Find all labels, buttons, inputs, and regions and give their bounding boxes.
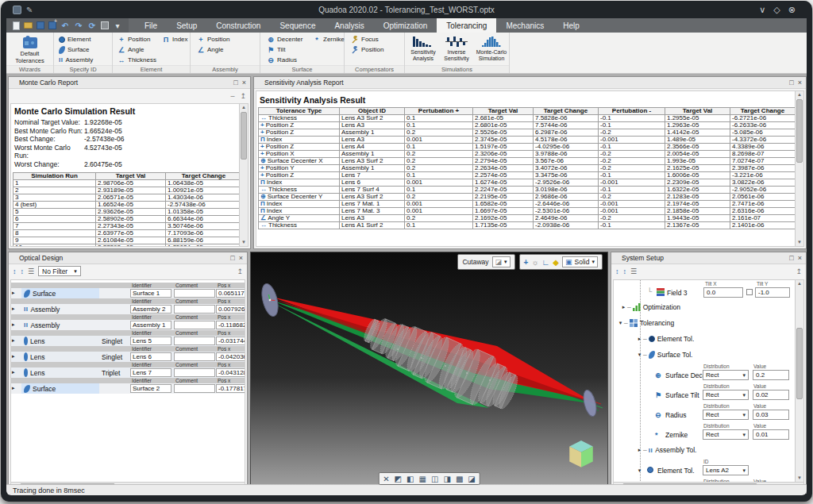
column-header[interactable]: Target Change: [166, 172, 242, 179]
surface-radius-button[interactable]: ⊖Radius: [264, 55, 302, 65]
table-row[interactable]: ΠIndex Lens 7 Mat. 30.0011.6697e-05-2.53…: [259, 208, 796, 215]
minimize-button[interactable]: ∨: [759, 5, 765, 15]
column-header[interactable]: Object ID: [340, 108, 405, 115]
list-menu-icon[interactable]: ☰: [28, 267, 34, 275]
inverse-sensitivity-button[interactable]: Inverse Sensitivity: [440, 33, 473, 62]
value-field[interactable]: 0.03: [753, 410, 789, 420]
expand-arrow-icon[interactable]: ▸: [12, 321, 15, 328]
tab-sequence[interactable]: Sequence: [270, 18, 325, 33]
expand-all-icon[interactable]: ↕: [13, 267, 17, 275]
compensator-focus-button[interactable]: Focus: [348, 34, 383, 44]
column-header[interactable]: Pertubation -: [599, 108, 665, 115]
view-cube-icon[interactable]: ◧: [406, 475, 414, 483]
tolerance-row[interactable]: Distribution Value * Zernike Rect▾ 0.01: [614, 422, 803, 442]
expand-arrow-icon[interactable]: ▸: [12, 337, 15, 344]
column-header[interactable]: Target Change: [730, 108, 796, 115]
compensator-position-button[interactable]: Position: [348, 44, 383, 55]
tolerance-row[interactable]: Distribution Value ⊖ Radius Rect▾ 0.03: [614, 402, 803, 422]
posx-field[interactable]: 0.00792697: [216, 305, 245, 314]
expand-all-icon[interactable]: ↕: [615, 267, 619, 275]
float-panel-button[interactable]: □: [233, 79, 237, 87]
optical-design-row[interactable]: IdentifierCommentPos x ▸ IIAssembly Asse…: [11, 314, 245, 330]
tree-item-element-tol[interactable]: ▸– Element Tol.: [614, 331, 803, 347]
view-cube-icon[interactable]: ▩: [456, 475, 463, 483]
new-file-icon[interactable]: [13, 21, 20, 30]
table-row[interactable]: 32.06571e-051.43034e-06: [13, 194, 242, 201]
comment-field[interactable]: [174, 337, 215, 345]
posx-field[interactable]: -0.0420366: [216, 352, 245, 361]
posx-field[interactable]: -0.1778171: [216, 384, 245, 393]
optical-design-row[interactable]: IdentifierCommentPos x ▸ Surface Surface…: [11, 378, 245, 394]
axes-icon[interactable]: ∟: [542, 258, 550, 267]
comment-field[interactable]: [174, 305, 215, 314]
surface-decenter-button[interactable]: ⊕Decenter: [264, 34, 302, 44]
tab-tolerancing[interactable]: Tolerancing: [437, 18, 496, 33]
float-panel-button[interactable]: □: [789, 254, 793, 262]
pin-panel-icon[interactable]: ↥: [240, 92, 246, 100]
specify-assembly-button[interactable]: IIAssembly: [56, 55, 112, 65]
comment-field[interactable]: [174, 352, 215, 361]
sensitivity-analysis-button[interactable]: Sensitivity Analysis: [406, 33, 440, 62]
tab-help[interactable]: Help: [553, 18, 589, 33]
table-row[interactable]: +Position Y Assembly 10.22.2634e-053.407…: [259, 165, 796, 172]
column-header[interactable]: Target Change: [534, 108, 599, 115]
identifier-field[interactable]: Surface 1: [130, 289, 171, 298]
table-row[interactable]: ↔Thickness Lens 7 Surf 40.12.2247e-053.0…: [259, 187, 796, 194]
view-cube-icon[interactable]: ✕: [383, 475, 389, 483]
expand-arrow-icon[interactable]: ▸: [12, 385, 15, 391]
tab-construction[interactable]: Construction: [206, 18, 270, 33]
highlight-icon[interactable]: ◆: [553, 258, 559, 267]
qat-dropdown-icon[interactable]: ▾: [113, 21, 122, 30]
identifier-field[interactable]: Assembly 1: [130, 321, 171, 329]
vertical-scrollbar[interactable]: ▲▼: [795, 91, 803, 246]
table-row[interactable]: 52.93626e-051.01358e-05: [13, 208, 242, 215]
expand-arrow-icon[interactable]: ▸: [636, 447, 643, 453]
tree-item-optimization[interactable]: ▸– Optimization: [614, 299, 803, 315]
open-file-icon[interactable]: [24, 22, 33, 29]
column-header[interactable]: Tolerance Type: [259, 108, 340, 115]
redo-icon[interactable]: ↷: [74, 21, 83, 30]
collapse-arrow-icon[interactable]: ▾: [636, 467, 643, 474]
cutaway-dropdown[interactable]: ◪▾: [492, 256, 511, 267]
element-position-button[interactable]: +Position: [114, 34, 156, 44]
surface-zernike-button[interactable]: *Zernike: [310, 34, 345, 44]
table-row[interactable]: ⊕Surface Decenter X Lens A3 Surf 20.22.2…: [259, 158, 796, 165]
close-panel-button[interactable]: ×: [239, 254, 243, 262]
collapse-arrow-icon[interactable]: ▾: [636, 352, 643, 358]
maximize-button[interactable]: ◇: [773, 5, 780, 15]
view-cube-icon[interactable]: ◪: [468, 475, 475, 483]
column-header[interactable]: Pertubation +: [405, 108, 473, 115]
optical-design-row[interactable]: IdentifierCommentPos x ▸ Surface Surface…: [11, 283, 245, 298]
distribution-dropdown[interactable]: Rect▾: [703, 429, 749, 440]
posx-field[interactable]: -0.1186821: [216, 321, 245, 329]
tree-item-element-tol-2[interactable]: ▾ Element Tol. ID Lens A2▾: [614, 458, 803, 478]
expand-arrow-icon[interactable]: ▸: [12, 353, 15, 360]
pin-panel-icon[interactable]: ↥: [796, 267, 802, 275]
tree-item-surface-tol[interactable]: ▾– Surface Tol.: [614, 347, 803, 363]
optical-system-scene[interactable]: [251, 252, 607, 493]
move-icon[interactable]: +: [524, 258, 529, 267]
table-row[interactable]: ΠIndex Lens 60.0011.6274e-05-2.9526e-06 …: [259, 179, 796, 187]
field-3-row[interactable]: └ Field 3 Tilt X 0.0 Tilt Y -1.0: [614, 280, 803, 299]
table-row[interactable]: 62.58902e-056.66344e-06: [13, 215, 242, 222]
table-row[interactable]: +Position X Assembly 10.22.3206e-053.978…: [259, 151, 796, 158]
table-row[interactable]: +Position Z Lens A40.11.5197e-05-4.0295e…: [259, 144, 796, 151]
element-thickness-button[interactable]: ↔Thickness: [114, 55, 156, 65]
assembly-angle-button[interactable]: ∠Angle: [194, 44, 229, 55]
table-row[interactable]: ∠Angle Y Lens A30.22.1692e-052.4649e-06 …: [259, 215, 796, 222]
comment-field[interactable]: [174, 384, 215, 393]
monte-carlo-simulation-button[interactable]: Monte-Carlo Simulation: [475, 33, 508, 62]
table-row[interactable]: +Position Z Lens A30.12.6801e-057.5744e-…: [259, 122, 796, 129]
view-cube-icon[interactable]: ◫: [431, 475, 438, 483]
table-row[interactable]: 82.63977e-057.17093e-06: [13, 229, 242, 237]
tab-mechanics[interactable]: Mechanics: [496, 18, 553, 33]
comment-field[interactable]: [174, 321, 215, 329]
float-panel-button[interactable]: □: [230, 254, 234, 262]
specify-element-button[interactable]: Element: [56, 34, 112, 44]
table-row[interactable]: 4 (best)1.66524e-05-2.57438e-06: [13, 201, 242, 208]
column-header[interactable]: Target Val: [665, 108, 730, 115]
copy-window-icon[interactable]: [101, 21, 109, 29]
identifier-field[interactable]: Lens 7: [130, 368, 171, 377]
table-row[interactable]: ⊕Surface Decenter Y Lens A3 Surf 20.22.2…: [259, 194, 796, 201]
expand-arrow-icon[interactable]: ▸: [12, 290, 15, 296]
